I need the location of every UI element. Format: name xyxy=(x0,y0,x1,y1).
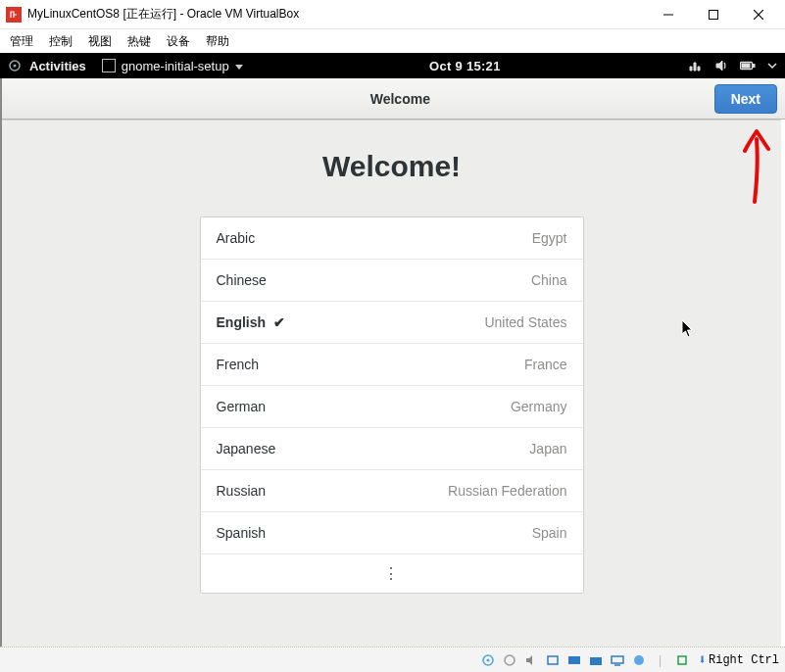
host-menu-help[interactable]: 帮助 xyxy=(206,33,229,50)
hostkey-arrow-icon: ⬇ xyxy=(699,651,707,668)
host-menubar: 管理 控制 视图 热键 设备 帮助 xyxy=(0,29,785,53)
volume-icon xyxy=(714,59,728,72)
vb-mouse-capture-icon[interactable] xyxy=(673,652,691,668)
language-region: Russian Federation xyxy=(448,483,566,499)
vb-network-icon[interactable] xyxy=(565,652,583,668)
language-row[interactable]: FrenchFrance xyxy=(201,344,583,386)
gnome-headerbar: Welcome Next xyxy=(0,78,785,120)
language-name: Chinese xyxy=(217,272,267,288)
check-icon: ✔ xyxy=(273,314,285,330)
host-window-titlebar: MyLinuxCentOS8 [正在运行] - Oracle VM Virtua… xyxy=(0,0,785,29)
language-name: German xyxy=(217,399,267,414)
vb-usb-icon[interactable] xyxy=(544,652,562,668)
vb-recording-icon[interactable] xyxy=(630,652,648,668)
welcome-heading: Welcome! xyxy=(2,150,781,183)
svg-rect-15 xyxy=(590,657,602,665)
next-button[interactable]: Next xyxy=(714,84,777,114)
activities-button[interactable]: Activities xyxy=(29,59,86,73)
language-region: France xyxy=(524,357,567,372)
appmenu-icon xyxy=(102,59,116,72)
language-name: Spanish xyxy=(217,525,267,541)
language-row[interactable]: JapaneseJapan xyxy=(201,428,583,470)
host-menu-hotkeys[interactable]: 热键 xyxy=(127,33,151,50)
host-minimize-button[interactable] xyxy=(646,0,691,29)
language-row[interactable]: GermanGermany xyxy=(201,386,583,428)
host-menu-manage[interactable]: 管理 xyxy=(10,33,33,50)
battery-icon xyxy=(740,60,756,72)
svg-rect-8 xyxy=(753,65,755,68)
more-icon: ⋮ xyxy=(383,564,400,583)
language-name: English xyxy=(217,314,267,330)
host-window-title: MyLinuxCentOS8 [正在运行] - Oracle VM Virtua… xyxy=(27,6,646,23)
language-row[interactable]: ArabicEgypt xyxy=(201,217,583,260)
host-maximize-button[interactable] xyxy=(691,0,736,29)
language-row[interactable]: ChineseChina xyxy=(201,260,583,302)
host-menu-devices[interactable]: 设备 xyxy=(167,33,190,50)
gnome-initial-setup-page: Welcome! ArabicEgyptChineseChinaEnglish✔… xyxy=(2,120,781,647)
vb-hdd-icon[interactable] xyxy=(479,652,497,668)
gnome-top-panel: Activities gnome-initial-setup Oct 9 15:… xyxy=(0,53,785,78)
language-region: Spain xyxy=(532,525,567,541)
language-region: Egypt xyxy=(532,230,567,246)
svg-point-18 xyxy=(634,655,644,665)
language-region: China xyxy=(531,272,567,288)
language-name: Russian xyxy=(217,483,267,499)
more-languages-button[interactable]: ⋮ xyxy=(201,554,583,593)
svg-rect-13 xyxy=(548,656,558,664)
vb-shared-folder-icon[interactable] xyxy=(587,652,605,668)
headerbar-title: Welcome xyxy=(370,91,430,107)
svg-rect-16 xyxy=(612,656,623,663)
gnome-clock[interactable]: Oct 9 15:21 xyxy=(251,59,679,73)
vb-optical-icon[interactable] xyxy=(501,652,518,668)
language-region: Japan xyxy=(529,441,566,456)
svg-rect-2 xyxy=(710,10,718,19)
language-name: French xyxy=(217,357,260,372)
language-row[interactable]: SpanishSpain xyxy=(201,512,583,554)
language-name: Japanese xyxy=(217,441,276,456)
host-menu-control[interactable]: 控制 xyxy=(49,33,73,50)
language-row[interactable]: English✔United States xyxy=(201,302,583,344)
svg-point-11 xyxy=(486,658,489,661)
svg-rect-14 xyxy=(568,656,580,664)
virtualbox-vm-icon xyxy=(6,7,22,23)
vb-display-icon[interactable] xyxy=(609,652,626,668)
language-row[interactable]: RussianRussian Federation xyxy=(201,470,583,512)
host-menu-view[interactable]: 视图 xyxy=(88,33,112,50)
appmenu-button[interactable]: gnome-initial-setup xyxy=(94,59,243,73)
chevron-down-icon xyxy=(767,61,777,71)
language-list: ArabicEgyptChineseChinaEnglish✔United St… xyxy=(200,216,584,594)
gnome-status-area[interactable] xyxy=(687,59,777,72)
vb-hostkey-indicator[interactable]: ⬇ Right Ctrl xyxy=(699,651,779,668)
network-icon xyxy=(687,59,703,72)
vb-audio-icon[interactable] xyxy=(522,652,540,668)
host-close-button[interactable] xyxy=(736,0,781,29)
chevron-down-icon xyxy=(235,65,243,70)
svg-rect-9 xyxy=(742,64,750,68)
vb-divider: | xyxy=(652,652,669,668)
svg-point-6 xyxy=(14,65,17,68)
language-name: Arabic xyxy=(217,230,256,246)
language-region: United States xyxy=(484,314,566,330)
language-region: Germany xyxy=(511,399,567,414)
vb-statusbar: | ⬇ Right Ctrl xyxy=(0,647,785,672)
svg-point-12 xyxy=(505,655,515,665)
appmenu-label: gnome-initial-setup xyxy=(122,59,229,73)
activities-icon[interactable] xyxy=(8,59,22,72)
hostkey-label: Right Ctrl xyxy=(709,653,779,667)
